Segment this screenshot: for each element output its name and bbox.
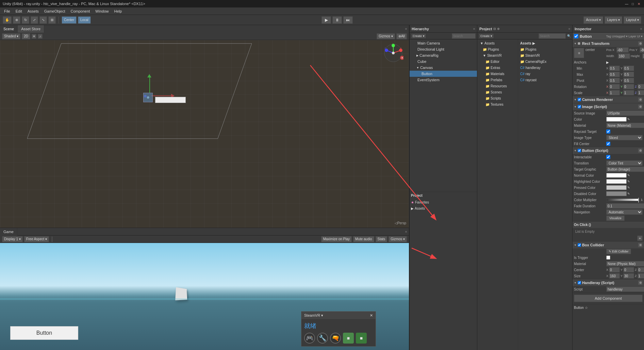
visualize-button[interactable]: Visualize	[606, 215, 625, 221]
rot-z-input[interactable]	[638, 84, 644, 89]
transform-rect-button[interactable]: ⤡	[39, 16, 47, 24]
transform-all-button[interactable]: ⊞	[48, 16, 56, 24]
asset-store-tab[interactable]: Asset Store	[18, 25, 44, 33]
asset-camerarigex[interactable]: 📁 CameraRigEx	[519, 58, 572, 65]
disabled-color-picker[interactable]	[606, 191, 627, 196]
button-script-enable[interactable]	[578, 149, 581, 152]
menu-edit[interactable]: Edit	[13, 8, 25, 14]
cr-settings-icon[interactable]: ⚙	[638, 97, 643, 102]
2d-button[interactable]: 2D	[22, 33, 30, 39]
menu-help[interactable]: Help	[111, 8, 125, 14]
target-graphic-input[interactable]	[606, 167, 644, 172]
project-search-icon[interactable]: 🔍	[567, 34, 571, 38]
min-y-input[interactable]	[623, 66, 634, 71]
menu-assets[interactable]: Assets	[25, 8, 42, 14]
transform-rotate-button[interactable]: ↻	[22, 16, 29, 24]
canvas-renderer-enable[interactable]	[578, 98, 581, 101]
game-gizmos-button[interactable]: Gizmos ▾	[389, 236, 407, 242]
steamvr-icon-5[interactable]: ■	[356, 333, 367, 344]
navigation-select[interactable]: Automatic	[606, 209, 643, 215]
pivot-x-input[interactable]	[609, 78, 620, 83]
project-tree-extras[interactable]: 📁 Extras	[477, 65, 518, 71]
project-search-input[interactable]	[539, 33, 566, 39]
menu-window[interactable]: Window	[93, 8, 111, 14]
handleray-script-enable[interactable]	[578, 281, 581, 284]
transform-move-button[interactable]: ⊕	[13, 16, 20, 24]
steamvr-close-button[interactable]: ✕	[370, 313, 373, 318]
add-component-button[interactable]: Add Component	[574, 295, 643, 302]
image-script-enable[interactable]	[578, 105, 581, 108]
rect-transform-header[interactable]: ▼ ⊞ Rect Transform ⚙	[573, 40, 644, 47]
scene-canvas[interactable]: ⊕ X Y	[0, 40, 409, 228]
anchors-toggle[interactable]: ▶	[606, 60, 643, 64]
project-tree-steamvr[interactable]: ▼ SteamVR	[477, 52, 518, 58]
menu-component[interactable]: Component	[68, 8, 93, 14]
hierarchy-item-directional-light[interactable]: Directional Light	[410, 46, 477, 52]
asset-ray[interactable]: C# ray	[519, 71, 572, 77]
hierarchy-item-cube[interactable]: Cube	[410, 58, 477, 65]
button-script-header[interactable]: ▼ Button (Script) ⚙	[573, 147, 644, 154]
image-type-select[interactable]: Sliced	[606, 135, 643, 140]
sound-button[interactable]: ♪	[38, 34, 43, 39]
hierarchy-menu-button[interactable]: ≡	[473, 27, 475, 31]
project-tree-scripts[interactable]: 📁 Scripts	[477, 95, 518, 101]
pivot-y-input[interactable]	[623, 78, 634, 83]
project-tree-editor[interactable]: 📁 Editor	[477, 58, 518, 65]
account-button[interactable]: Account ▾	[583, 16, 603, 24]
rot-x-input[interactable]	[609, 84, 620, 89]
rt-settings-icon[interactable]: ⚙	[638, 41, 643, 46]
asset-handleray[interactable]: C# handleray	[519, 65, 572, 71]
shaded-button[interactable]: Shaded ▾	[2, 33, 20, 39]
raycast-target-checkbox[interactable]	[606, 129, 610, 134]
pos-x-input[interactable]	[616, 47, 629, 53]
hierarchy-search-input[interactable]	[452, 33, 476, 39]
project-create-button[interactable]: Create ▾	[479, 33, 494, 39]
pause-button[interactable]: ⏸	[332, 16, 342, 24]
play-button[interactable]: ▶	[321, 16, 331, 24]
maximize-on-play-button[interactable]: Maximize on Play	[321, 236, 352, 242]
add-onclick-button[interactable]: +	[637, 235, 643, 241]
bc-sz-input[interactable]	[638, 273, 644, 279]
min-x-input[interactable]	[609, 66, 620, 71]
hierarchy-item-camera-rig[interactable]: ▶ CameraRig	[410, 52, 477, 58]
rot-y-input[interactable]	[623, 84, 634, 89]
transform-scale-button[interactable]: ⤢	[31, 16, 38, 24]
hierarchy-create-button[interactable]: Create ▾	[411, 33, 426, 39]
display-button[interactable]: Display 1 ▾	[2, 236, 23, 242]
pos-y-input[interactable]	[640, 47, 644, 53]
asset-plugins[interactable]: 📁 Plugins	[519, 46, 572, 52]
max-x-input[interactable]	[609, 72, 620, 77]
game-button-ui[interactable]: Button	[10, 326, 78, 340]
highlighted-color-picker[interactable]	[606, 179, 627, 184]
image-color-picker[interactable]	[606, 117, 627, 122]
bc-cz-input[interactable]	[638, 267, 644, 273]
scene-panel-menu[interactable]: ≡	[405, 27, 407, 31]
box-collider-header[interactable]: ▼ Box Collider ⚙	[573, 242, 644, 248]
project-tree-textures[interactable]: 📁 Textures	[477, 101, 518, 107]
layers-button[interactable]: Layers ▾	[605, 16, 622, 24]
project-tree-prefabs[interactable]: 📁 Prefabs	[477, 77, 518, 83]
space-button[interactable]: Local	[78, 16, 91, 24]
source-image-input[interactable]	[606, 110, 644, 116]
aspect-button[interactable]: Free Aspect ▾	[24, 236, 49, 242]
steamvr-icon-4[interactable]: ■	[343, 333, 354, 344]
stats-button[interactable]: Stats	[376, 236, 387, 242]
material-input[interactable]	[606, 123, 644, 128]
transition-select[interactable]: Color Tint	[606, 160, 643, 166]
steamvr-icon-2[interactable]: 🔧	[317, 333, 328, 344]
hr-settings-icon[interactable]: ⚙	[638, 280, 643, 285]
box-collider-enable[interactable]	[578, 243, 581, 247]
layout-button[interactable]: Layout ▾	[624, 16, 641, 24]
anchor-preset-icon[interactable]: ⊞	[574, 48, 584, 58]
pivot-button[interactable]: Center	[62, 16, 77, 24]
bc-material-input[interactable]	[606, 261, 644, 266]
hierarchy-item-canvas[interactable]: ▼ Canvas	[410, 65, 477, 71]
close-button[interactable]: ✕	[637, 1, 641, 6]
steamvr-icon-3[interactable]: 🔫	[330, 333, 341, 344]
edit-collider-button[interactable]: ✎ Edit Collider	[606, 249, 631, 254]
width-input[interactable]	[618, 53, 630, 59]
height-input[interactable]	[642, 53, 644, 59]
max-y-input[interactable]	[623, 72, 634, 77]
scale-y-input[interactable]	[623, 90, 634, 95]
maximize-button[interactable]: □	[630, 1, 635, 6]
